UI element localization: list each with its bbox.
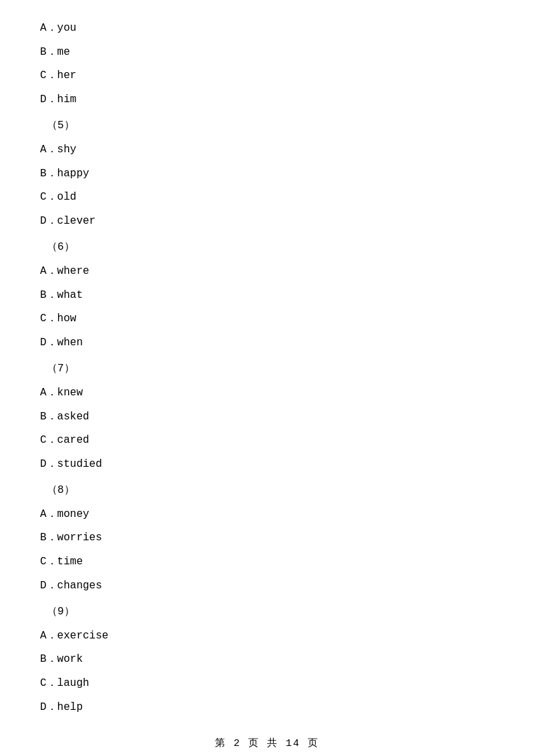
option-d-6: D．when bbox=[40, 335, 494, 352]
section-label-7: （7） bbox=[40, 361, 494, 378]
page-footer: 第 2 页 共 14 页 bbox=[0, 737, 534, 749]
option-b-5: B．happy bbox=[40, 166, 494, 183]
option-c-6: C．how bbox=[40, 311, 494, 328]
option-a-5: A．shy bbox=[40, 142, 494, 159]
page-number: 第 2 页 共 14 页 bbox=[215, 738, 319, 749]
option-a-9: A．exercise bbox=[40, 628, 494, 645]
section-5: （5） A．shy B．happy C．old D．clever bbox=[40, 118, 494, 230]
option-d-0: D．him bbox=[40, 91, 494, 109]
section-8: （8） A．money B．worries C．time D．changes bbox=[40, 482, 494, 594]
section-0: A．you B．me C．her D．him bbox=[40, 20, 494, 108]
option-a-0: A．you bbox=[40, 20, 494, 37]
option-d-8: D．changes bbox=[40, 578, 494, 595]
option-c-7: C．cared bbox=[40, 432, 494, 449]
option-a-8: A．money bbox=[40, 506, 494, 524]
option-c-9: C．laugh bbox=[40, 675, 494, 693]
option-a-7: A．knew bbox=[40, 385, 494, 402]
option-b-9: B．work bbox=[40, 651, 494, 669]
option-b-6: B．what bbox=[40, 287, 494, 305]
option-b-0: B．me bbox=[40, 44, 494, 61]
option-c-8: C．time bbox=[40, 554, 494, 571]
option-d-5: D．clever bbox=[40, 213, 494, 230]
main-content: A．you B．me C．her D．him （5） A．shy B．happy… bbox=[0, 0, 534, 756]
option-c-0: C．her bbox=[40, 67, 494, 85]
section-9: （9） A．exercise B．work C．laugh D．help bbox=[40, 604, 494, 716]
section-6: （6） A．where B．what C．how D．when bbox=[40, 239, 494, 351]
option-b-7: B．asked bbox=[40, 409, 494, 426]
option-b-8: B．worries bbox=[40, 530, 494, 547]
option-c-5: C．old bbox=[40, 189, 494, 206]
option-a-6: A．where bbox=[40, 263, 494, 280]
section-label-5: （5） bbox=[40, 118, 494, 135]
option-d-9: D．help bbox=[40, 699, 494, 717]
section-label-9: （9） bbox=[40, 604, 494, 621]
section-7: （7） A．knew B．asked C．cared D．studied bbox=[40, 361, 494, 473]
option-d-7: D．studied bbox=[40, 456, 494, 474]
section-label-6: （6） bbox=[40, 239, 494, 256]
section-label-8: （8） bbox=[40, 482, 494, 500]
